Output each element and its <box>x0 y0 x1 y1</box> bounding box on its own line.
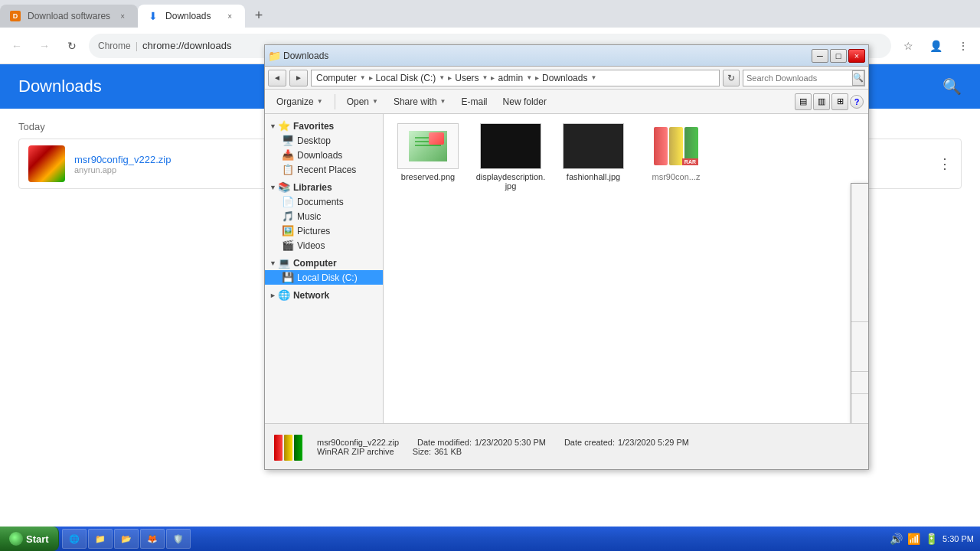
explorer-forward-button[interactable]: ► <box>289 70 308 86</box>
email-button[interactable]: E-mail <box>455 93 495 111</box>
breadcrumb-dropdown-2[interactable]: ▼ <box>439 74 445 81</box>
sidebar-item-pictures[interactable]: 🖼️ Pictures <box>265 223 383 238</box>
tab-2[interactable]: ⬇ Downloads × <box>138 5 245 28</box>
view-btn-1[interactable]: ▤ <box>795 93 812 110</box>
taskbar-item-explorer[interactable]: 📁 <box>88 529 113 549</box>
download-more-button[interactable]: ⋮ <box>938 155 952 172</box>
sidebar-item-recent[interactable]: 📋 Recent Places <box>265 162 383 177</box>
sidebar-item-downloads[interactable]: 📥 Downloads <box>265 148 383 162</box>
close-button[interactable]: × <box>848 49 865 63</box>
share-with-button[interactable]: Share with ▼ <box>387 93 453 111</box>
computer-header[interactable]: ▼ 💻 Computer <box>265 256 383 270</box>
ctx-extract-here[interactable]: 📦 Extract Here <box>851 240 868 259</box>
videos-icon: 🎬 <box>282 240 294 251</box>
search-box[interactable]: 🔍 <box>743 70 865 86</box>
status-thumb <box>274 430 308 464</box>
ctx-open[interactable]: Open <box>851 185 868 204</box>
ctx-edit-notepad[interactable]: 📝 Edit with Notepad++ <box>851 283 868 302</box>
forward-button[interactable]: → <box>34 35 55 57</box>
breadcrumb-dropdown-4[interactable]: ▼ <box>526 74 532 81</box>
local-disk-icon: 💾 <box>282 272 294 283</box>
file-item-breserved[interactable]: breserved.png <box>390 120 466 194</box>
taskbar-item-ie[interactable]: 🌐 <box>62 529 87 549</box>
tab1-close[interactable]: × <box>116 10 129 22</box>
folder-icon: 📁 <box>268 50 281 62</box>
chrome-menu-button[interactable]: ⋮ <box>952 35 974 57</box>
open-button[interactable]: Open ▼ <box>340 93 385 111</box>
ctx-notepad-icon: 📝 <box>867 286 868 298</box>
explorer-address-bar: ◄ ► Computer ▼ ▸ Local Disk (C:) ▼ ▸ Use… <box>265 67 868 90</box>
network-header[interactable]: ► 🌐 Network <box>265 288 383 302</box>
ctx-copy-icon <box>867 417 868 423</box>
tab2-close[interactable]: × <box>224 10 236 22</box>
profile-button[interactable]: 👤 <box>925 35 946 57</box>
favorites-header[interactable]: ▼ ⭐ Favorites <box>265 119 383 133</box>
status-date-created: 1/23/2020 5:29 PM <box>618 438 689 447</box>
tab-1[interactable]: D Download softwares × <box>0 5 138 28</box>
organize-button[interactable]: Organize ▼ <box>270 93 330 111</box>
sidebar-item-documents[interactable]: 📄 Documents <box>265 194 383 209</box>
breadcrumb-dropdown-3[interactable]: ▼ <box>482 74 488 81</box>
file-name-rar: msr90con...z <box>652 172 701 181</box>
status-type: WinRAR ZIP archive <box>317 447 394 456</box>
libraries-header[interactable]: ▼ 📚 Libraries <box>265 180 383 194</box>
taskbar-item-folder[interactable]: 📂 <box>114 529 139 549</box>
new-folder-button[interactable]: New folder <box>496 93 554 111</box>
ctx-restore[interactable]: Restore previous versions <box>851 342 868 370</box>
breadcrumb-sep-2: ▸ <box>448 73 452 82</box>
start-button[interactable]: Start <box>0 527 59 551</box>
taskbar-firefox-icon: 🦊 <box>147 534 158 544</box>
help-button[interactable]: ? <box>850 95 864 109</box>
downloads-sidebar-icon: 📥 <box>282 149 294 161</box>
ctx-open-icon <box>867 188 868 201</box>
status-date-modified-label: Date modified: <box>417 438 472 447</box>
chrome-search-icon[interactable]: 🔍 <box>942 77 962 96</box>
ctx-open-winrar[interactable]: 📦 Open with WinRAR <box>851 204 868 222</box>
ctx-extract-to[interactable]: 📦 Extract to msr90config_v222\ <box>851 259 868 283</box>
ctx-cut[interactable]: Cut <box>851 396 868 414</box>
view-btn-2[interactable]: ▥ <box>813 93 830 110</box>
tab-bar: D Download softwares × ⬇ Downloads × + <box>0 0 980 28</box>
ctx-send-to-icon <box>867 377 868 389</box>
ctx-send-to[interactable]: Send to ▶ <box>851 373 868 392</box>
new-tab-button[interactable]: + <box>248 5 270 26</box>
sidebar-item-videos[interactable]: 🎬 Videos <box>265 238 383 253</box>
taskbar-item-firefox[interactable]: 🦊 <box>140 529 165 549</box>
file-item-rar[interactable]: RAR msr90con...z <box>638 120 714 194</box>
taskbar-item-security[interactable]: 🛡️ <box>166 529 191 549</box>
refresh-button[interactable]: ↻ <box>61 35 83 57</box>
tab1-title: Download softwares <box>28 11 110 21</box>
breadcrumb-dropdown-5[interactable]: ▼ <box>590 74 596 81</box>
address-refresh-button[interactable]: ↻ <box>723 70 740 86</box>
ctx-extract-files-icon: 📦 <box>867 225 868 237</box>
ctx-open-with[interactable]: Open with ▶ <box>851 302 868 320</box>
ctx-extract-files[interactable]: 📦 Extract files... <box>851 222 868 240</box>
file-item-fashionhall[interactable]: fashionhall.jpg <box>555 120 632 194</box>
view-btn-3[interactable]: ⊞ <box>831 93 848 110</box>
sidebar-item-music[interactable]: 🎵 Music <box>265 209 383 223</box>
back-button[interactable]: ← <box>6 35 28 57</box>
minimize-button[interactable]: ─ <box>812 49 828 63</box>
breadcrumb-users: Users <box>455 73 479 83</box>
sidebar-item-desktop[interactable]: 🖥️ Desktop <box>265 133 383 148</box>
tab2-favicon-icon: ⬇ <box>149 10 158 22</box>
ctx-copy[interactable]: Copy <box>851 414 868 423</box>
system-tray: 🔊 📶 🔋 5:30 PM <box>884 533 980 545</box>
tab2-title: Downloads <box>165 11 217 21</box>
search-input[interactable] <box>746 73 852 83</box>
anyrun-watermark: ANY ▶ RUN <box>883 507 974 523</box>
explorer-back-button[interactable]: ◄ <box>268 70 286 86</box>
network-title: 🌐 Network <box>278 289 329 301</box>
ctx-cut-icon <box>867 399 868 411</box>
breadcrumb-bar[interactable]: Computer ▼ ▸ Local Disk (C:) ▼ ▸ Users ▼… <box>311 70 720 86</box>
email-label: E-mail <box>462 96 488 107</box>
file-item-displaydescription[interactable]: displaydescription.jpg <box>472 120 549 194</box>
status-date-created-field: Date created: 1/23/2020 5:29 PM <box>564 438 689 447</box>
status-date-modified: 1/23/2020 5:30 PM <box>475 438 546 447</box>
maximize-button[interactable]: □ <box>830 49 847 63</box>
star-button[interactable]: ☆ <box>897 35 919 57</box>
search-button[interactable]: 🔍 <box>852 70 864 86</box>
ctx-share-with[interactable]: Share with ▶ <box>851 324 868 342</box>
sidebar-item-local-disk[interactable]: 💾 Local Disk (C:) <box>265 270 383 285</box>
breadcrumb-dropdown-1[interactable]: ▼ <box>360 74 366 81</box>
